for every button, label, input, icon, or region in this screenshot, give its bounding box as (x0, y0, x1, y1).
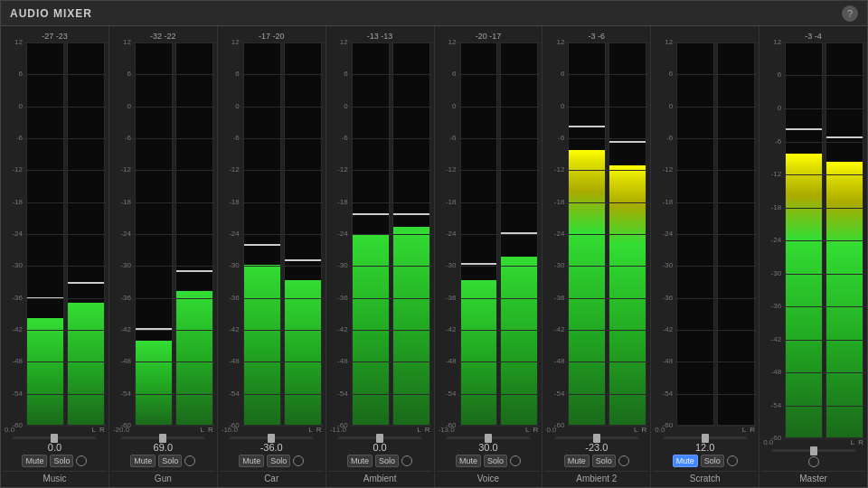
channel-gun: -32 -221260-6-12-18-24-30-36-42-48-54-60… (109, 26, 218, 487)
scratch-indicator[interactable] (510, 455, 521, 466)
solo-button[interactable]: Solo (158, 455, 182, 467)
mute-button[interactable]: Mute (673, 455, 698, 467)
scale-label: -12 (771, 171, 782, 178)
fader-thumb[interactable] (593, 434, 600, 443)
fader-row[interactable] (544, 436, 648, 439)
meter-section: 1260-6-12-18-24-30-36-42-48-54-60 (111, 42, 215, 426)
scratch-indicator[interactable] (76, 455, 87, 466)
channel-ambient-2: -3 -61260-6-12-18-24-30-36-42-48-54-600.… (542, 26, 651, 487)
lr-labels: L R (417, 426, 429, 434)
fader-track[interactable] (13, 436, 96, 439)
fader-track[interactable] (664, 436, 747, 439)
controls-row: MuteSolo (544, 455, 648, 467)
scale-label: -48 (663, 358, 674, 365)
scale-label: -36 (554, 295, 565, 302)
fader-row[interactable] (111, 436, 215, 439)
scale-label: -6 (342, 135, 348, 142)
meter-section: 1260-6-12-18-24-30-36-42-48-54-60 (544, 42, 648, 426)
scale-label: -36 (663, 295, 674, 302)
mute-button[interactable]: Mute (564, 455, 590, 467)
fader-track[interactable] (230, 436, 313, 439)
scale-label: 12 (773, 39, 781, 46)
scratch-indicator[interactable] (727, 455, 738, 466)
scale-label: -12 (12, 166, 23, 174)
meter-bar-l (785, 42, 823, 438)
scratch-indicator[interactable] (293, 455, 304, 466)
channel-name: Ambient (328, 471, 432, 483)
help-button[interactable]: ? (842, 5, 858, 22)
fader-thumb[interactable] (485, 434, 492, 443)
scale-label: -18 (771, 204, 782, 211)
scale-label: 0 (127, 103, 130, 110)
mute-button[interactable]: Mute (22, 455, 47, 467)
channel-car: -17 -201260-6-12-18-24-30-36-42-48-54-60… (218, 26, 326, 487)
solo-button[interactable]: Solo (267, 455, 290, 467)
scale-label: -60 (554, 422, 565, 429)
mute-button[interactable]: Mute (239, 455, 264, 467)
scale-label: -6 (16, 135, 23, 142)
scale-label: -12 (663, 166, 674, 174)
channel-name: Ambient 2 (544, 471, 648, 483)
fader-thumb[interactable] (51, 434, 58, 443)
scale-label: -42 (12, 326, 23, 333)
scale-label: -6 (666, 135, 673, 142)
scale-label: -60 (663, 422, 674, 429)
scale-label: -36 (120, 295, 131, 302)
meter-bar-r (609, 42, 646, 426)
fader-thumb[interactable] (810, 446, 817, 455)
fader-row[interactable] (328, 436, 432, 439)
meter-bar-r (284, 42, 322, 426)
fader-row[interactable] (3, 436, 107, 439)
fader-track[interactable] (121, 436, 204, 439)
scale-label: -54 (120, 390, 131, 398)
scale-label: -42 (120, 326, 131, 333)
scale-column: 1260-6-12-18-24-30-36-42-48-54-60 (111, 42, 133, 426)
scale-label: 0 (344, 103, 347, 110)
solo-button[interactable]: Solo (592, 455, 616, 467)
scratch-indicator[interactable] (184, 455, 195, 466)
scale-label: 12 (448, 39, 457, 46)
scratch-indicator[interactable] (618, 455, 629, 466)
fader-track[interactable] (555, 436, 638, 439)
scale-label: -60 (12, 422, 23, 429)
solo-button[interactable]: Solo (484, 455, 507, 467)
meter-bar-r (175, 42, 213, 426)
fader-row[interactable] (437, 436, 541, 439)
solo-button[interactable]: Solo (50, 455, 73, 467)
fader-thumb[interactable] (376, 434, 383, 443)
scale-label: 12 (340, 39, 348, 46)
fader-thumb[interactable] (268, 434, 275, 443)
scale-label: -60 (229, 422, 240, 429)
fader-row[interactable] (220, 436, 324, 439)
meter-bars-area (566, 42, 648, 426)
scale-label: -30 (663, 262, 674, 269)
scale-label: -18 (12, 199, 23, 206)
fader-track[interactable] (338, 436, 421, 439)
lr-labels: L R (742, 426, 755, 434)
scale-label: 6 (19, 70, 23, 78)
solo-button[interactable]: Solo (701, 455, 724, 467)
mute-button[interactable]: Mute (130, 455, 156, 467)
scale-label: -12 (554, 166, 565, 174)
solo-button[interactable]: Solo (375, 455, 399, 467)
scale-label: -18 (446, 199, 457, 206)
fader-track[interactable] (447, 436, 530, 439)
scratch-indicator[interactable] (808, 456, 819, 467)
scratch-indicator[interactable] (401, 455, 412, 466)
fader-thumb[interactable] (702, 434, 709, 443)
channel-name: Gun (111, 471, 215, 483)
fader-row[interactable] (761, 449, 865, 452)
fader-thumb[interactable] (159, 434, 166, 443)
fader-row[interactable] (653, 436, 757, 439)
scale-label: -42 (446, 326, 457, 333)
scale-label: -6 (233, 135, 240, 142)
scale-label: 12 (14, 39, 23, 46)
mute-button[interactable]: Mute (456, 455, 481, 467)
scale-label: 0 (452, 103, 456, 110)
fader-track[interactable] (772, 449, 855, 452)
scale-label: 0 (19, 103, 23, 110)
mute-button[interactable]: Mute (347, 455, 373, 467)
meter-bar-l (352, 42, 390, 426)
scale-column: 1260-6-12-18-24-30-36-42-48-54-60 (653, 42, 675, 426)
volume-value: 12.0 (653, 442, 757, 453)
